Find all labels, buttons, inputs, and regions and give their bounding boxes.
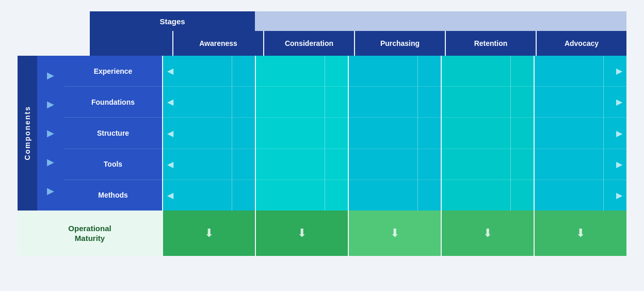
cell-right-arrow: ▶	[616, 97, 622, 107]
cell-retention-tools	[442, 149, 534, 180]
op-cell-purchasing: ⬇	[348, 211, 441, 256]
cell-awareness-experience: ◀	[163, 56, 255, 87]
row-label-tools: Tools	[64, 149, 162, 180]
experience-label: Experience	[94, 67, 133, 75]
cell-advocacy-tools: ▶	[535, 149, 626, 180]
op-arrow-purchasing: ⬇	[390, 227, 399, 240]
cell-awareness-methods: ◀	[163, 180, 255, 211]
awareness-label: Awareness	[199, 39, 237, 47]
cell-left-arrow: ◀	[167, 66, 173, 76]
cell-advocacy-methods: ▶	[535, 180, 626, 211]
grid-col-retention	[441, 56, 534, 211]
cell-right-arrow: ▶	[616, 66, 622, 76]
components-label: Components	[18, 56, 37, 211]
cell-advocacy-foundations: ▶	[535, 87, 626, 118]
op-arrow-advocacy: ⬇	[576, 227, 585, 240]
cell-retention-methods	[442, 180, 534, 211]
op-arrow-awareness: ⬇	[204, 227, 214, 240]
cell-purchasing-experience	[349, 56, 441, 87]
op-arrow-retention: ⬇	[483, 227, 492, 240]
cell-purchasing-foundations	[349, 87, 441, 118]
col-header-consideration: Consideration	[263, 31, 354, 56]
row-labels-col: Experience Foundations Structure Tools M…	[64, 56, 162, 211]
op-cell-advocacy: ⬇	[534, 211, 626, 256]
cell-left-arrow: ◀	[167, 190, 173, 200]
structure-label: Structure	[97, 129, 129, 137]
cell-purchasing-tools	[349, 149, 441, 180]
op-maturity-label: OperationalMaturity	[68, 223, 111, 244]
cell-consideration-experience	[256, 56, 348, 87]
cell-advocacy-structure: ▶	[535, 118, 626, 149]
grid-col-advocacy: ▶ ▶ ▶ ▶ ▶	[534, 56, 626, 211]
arrow-right-icon-2: ▶	[47, 99, 54, 110]
row-label-foundations: Foundations	[64, 87, 162, 118]
op-maturity-bar: OperationalMaturity ⬇ ⬇ ⬇ ⬇ ⬇	[18, 211, 626, 256]
stages-label-cell: Stages	[90, 11, 255, 31]
col-header-awareness: Awareness	[172, 31, 263, 56]
op-cell-awareness: ⬇	[162, 211, 255, 256]
cell-purchasing-structure	[349, 118, 441, 149]
op-maturity-cells: ⬇ ⬇ ⬇ ⬇ ⬇	[162, 211, 626, 256]
cell-advocacy-experience: ▶	[535, 56, 626, 87]
cell-consideration-tools	[256, 149, 348, 180]
arrow-right-icon-4: ▶	[47, 156, 54, 168]
op-arrow-consideration: ⬇	[297, 227, 307, 240]
cell-consideration-methods	[256, 180, 348, 211]
row-label-structure: Structure	[64, 118, 162, 149]
chart-wrapper: Stages ▼ ▼ ▼ ▼ ▼ Awareness Consideration…	[18, 11, 626, 280]
op-maturity-label-section: OperationalMaturity	[18, 211, 162, 256]
advocacy-label: Advocacy	[565, 39, 599, 47]
stages-right-bg	[255, 11, 626, 31]
cell-purchasing-methods	[349, 180, 441, 211]
op-cell-consideration: ⬇	[255, 211, 348, 256]
headers-row: Awareness Consideration Purchasing Reten…	[90, 31, 626, 56]
cell-awareness-tools: ◀	[163, 149, 255, 180]
retention-label: Retention	[474, 39, 508, 47]
cell-retention-foundations	[442, 87, 534, 118]
stages-bar: Stages	[90, 11, 626, 31]
arrows-col: ▶ ▶ ▶ ▶ ▶	[37, 56, 64, 211]
row-label-methods: Methods	[64, 180, 162, 211]
row-label-experience: Experience	[64, 56, 162, 87]
cell-retention-structure	[442, 118, 534, 149]
cell-right-arrow: ▶	[616, 190, 622, 200]
cell-retention-experience	[442, 56, 534, 87]
col-header-retention: Retention	[445, 31, 536, 56]
cell-consideration-structure	[256, 118, 348, 149]
col-header-advocacy: Advocacy	[536, 31, 626, 56]
purchasing-label: Purchasing	[380, 39, 420, 47]
cell-left-arrow: ◀	[167, 97, 173, 107]
col-header-purchasing: Purchasing	[354, 31, 445, 56]
tools-label: Tools	[104, 160, 122, 168]
foundations-label: Foundations	[91, 98, 135, 106]
grid-col-awareness: ◀ ◀ ◀ ◀ ◀	[162, 56, 255, 211]
cell-awareness-structure: ◀	[163, 118, 255, 149]
methods-label: Methods	[98, 191, 128, 199]
consideration-label: Consideration	[285, 39, 333, 47]
cell-left-arrow: ◀	[167, 159, 173, 169]
arrow-right-icon-3: ▶	[47, 127, 54, 139]
components-title: Components	[23, 106, 31, 160]
main-grid: ◀ ◀ ◀ ◀ ◀	[162, 56, 626, 211]
row-label-header	[90, 31, 172, 56]
arrow-right-icon-5: ▶	[47, 185, 54, 197]
grid-col-consideration	[255, 56, 348, 211]
cell-left-arrow: ◀	[167, 128, 173, 138]
cell-consideration-foundations	[256, 87, 348, 118]
stages-title: Stages	[159, 17, 185, 26]
cell-right-arrow: ▶	[616, 128, 622, 138]
cell-right-arrow: ▶	[616, 159, 622, 169]
grid-col-purchasing	[348, 56, 441, 211]
arrow-right-icon-1: ▶	[47, 70, 54, 81]
op-cell-retention: ⬇	[441, 211, 534, 256]
cell-awareness-foundations: ◀	[163, 87, 255, 118]
